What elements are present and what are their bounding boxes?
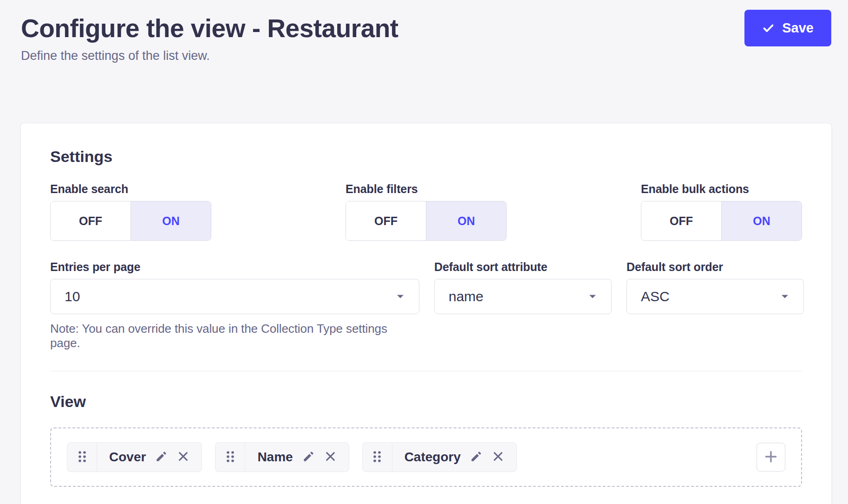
configure-view-card: Settings Enable search OFF ON Enable fil…	[21, 123, 831, 504]
remove-field-button[interactable]	[492, 450, 504, 464]
toggle-off-option[interactable]: OFF	[641, 201, 721, 240]
toggle-on-option[interactable]: ON	[721, 201, 802, 240]
view-section: View Cover	[50, 393, 802, 487]
close-icon	[324, 450, 337, 464]
drag-handle[interactable]	[363, 443, 392, 472]
chip-body: Category	[392, 443, 516, 472]
select-field-default-sort-attribute: Default sort attribute name	[434, 260, 612, 350]
field-chip-name[interactable]: Name	[215, 442, 349, 472]
chip-label: Category	[404, 450, 461, 465]
toggle-field-enable-filters: Enable filters OFF ON	[346, 182, 507, 241]
toggle-enable-bulk-actions: OFF ON	[641, 201, 802, 241]
caret-down-icon	[780, 294, 789, 299]
drag-handle[interactable]	[67, 443, 97, 472]
select-label: Entries per page	[50, 260, 419, 274]
toggle-on-option[interactable]: ON	[130, 201, 211, 240]
drag-handle[interactable]	[215, 443, 245, 472]
pencil-icon	[155, 450, 168, 464]
page-title: Configure the view - Restaurant	[21, 14, 398, 43]
chip-body: Cover	[97, 443, 202, 472]
check-icon	[762, 22, 775, 34]
remove-field-button[interactable]	[324, 450, 337, 464]
page-header: Configure the view - Restaurant Define t…	[21, 9, 831, 63]
toggle-off-option[interactable]: OFF	[51, 201, 130, 240]
plus-icon	[763, 449, 779, 466]
add-field-button[interactable]	[757, 443, 785, 472]
field-chip-category[interactable]: Category	[362, 442, 517, 472]
select-field-default-sort-order: Default sort order ASC	[626, 260, 804, 350]
drag-handle-icon	[372, 450, 382, 465]
close-icon	[177, 450, 189, 464]
pencil-icon	[302, 450, 315, 464]
settings-heading: Settings	[50, 148, 802, 166]
remove-field-button[interactable]	[177, 450, 189, 464]
select-value: 10	[65, 289, 80, 304]
entries-per-page-select[interactable]: 10	[50, 279, 419, 314]
toggle-label: Enable bulk actions	[641, 182, 802, 196]
drag-handle-icon	[78, 450, 87, 465]
toggle-enable-search: OFF ON	[50, 201, 211, 241]
select-field-entries-per-page: Entries per page 10 Note: You can overri…	[50, 260, 419, 350]
caret-down-icon	[396, 294, 405, 299]
section-divider	[50, 371, 802, 371]
chip-body: Name	[245, 443, 348, 472]
save-button[interactable]: Save	[744, 10, 831, 46]
close-icon	[492, 450, 504, 464]
page-subtitle: Define the settings of the list view.	[21, 49, 398, 63]
edit-field-button[interactable]	[470, 450, 483, 464]
settings-section: Settings Enable search OFF ON Enable fil…	[50, 148, 802, 350]
select-label: Default sort attribute	[434, 260, 612, 274]
edit-field-button[interactable]	[155, 450, 168, 464]
selects-row: Entries per page 10 Note: You can overri…	[50, 260, 802, 350]
save-button-label: Save	[782, 20, 814, 36]
select-value: ASC	[641, 289, 670, 304]
toggle-field-enable-search: Enable search OFF ON	[50, 182, 211, 241]
default-sort-order-select[interactable]: ASC	[626, 279, 804, 314]
page: Configure the view - Restaurant Define t…	[0, 0, 848, 504]
chip-label: Name	[257, 450, 293, 465]
field-dropzone: Cover	[50, 427, 802, 487]
drag-handle-icon	[226, 450, 235, 465]
caret-down-icon	[588, 294, 597, 299]
toggle-on-option[interactable]: ON	[426, 201, 506, 240]
select-label: Default sort order	[626, 260, 804, 274]
toggle-field-enable-bulk-actions: Enable bulk actions OFF ON	[641, 182, 802, 241]
select-value: name	[449, 289, 483, 304]
chip-label: Cover	[109, 450, 146, 465]
toggle-off-option[interactable]: OFF	[346, 201, 426, 240]
default-sort-attribute-select[interactable]: name	[434, 279, 612, 314]
entries-per-page-note: Note: You can override this value in the…	[50, 322, 419, 350]
view-heading: View	[50, 393, 802, 411]
toggle-label: Enable filters	[346, 182, 507, 196]
toggles-row: Enable search OFF ON Enable filters OFF …	[50, 182, 802, 241]
edit-field-button[interactable]	[302, 450, 315, 464]
toggle-label: Enable search	[50, 182, 211, 196]
pencil-icon	[470, 450, 483, 464]
toggle-enable-filters: OFF ON	[346, 201, 507, 241]
page-header-text: Configure the view - Restaurant Define t…	[21, 9, 398, 63]
field-chip-cover[interactable]: Cover	[67, 442, 202, 472]
